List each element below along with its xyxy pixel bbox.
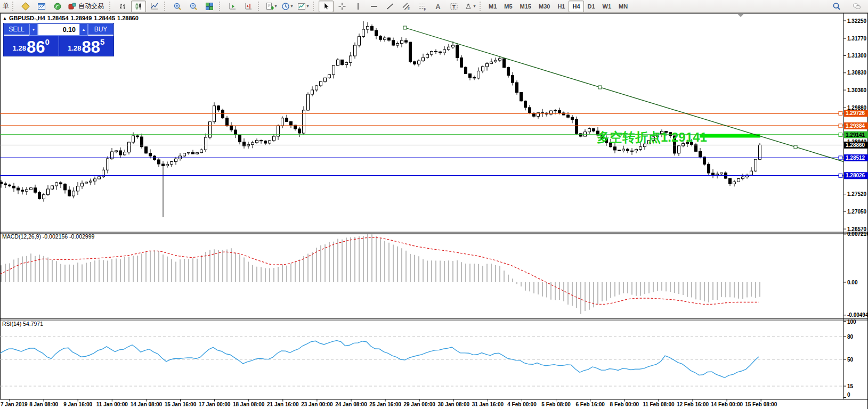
sell-price[interactable]: 1.28 86 0 — [4, 36, 59, 56]
trendline-handle[interactable] — [403, 26, 407, 29]
level-handle[interactable] — [839, 133, 842, 137]
level-handle[interactable] — [839, 174, 842, 177]
svg-text:1.28026: 1.28026 — [846, 173, 865, 178]
toolbar-grip — [109, 2, 112, 11]
templates-button[interactable]: ▾ — [296, 1, 311, 12]
timeframe-m15-button[interactable]: M15 — [516, 1, 535, 12]
time-axis[interactable]: 7 Jan 20198 Jan 08:009 Jan 16:0011 Jan 0… — [1, 399, 777, 407]
line-chart-button[interactable] — [147, 1, 162, 12]
chat-button[interactable] — [849, 1, 864, 12]
timeframe-w1-button[interactable]: W1 — [599, 1, 615, 12]
svg-text:7 Jan 2019: 7 Jan 2019 — [1, 401, 28, 407]
new-chart-button[interactable]: ▾ — [264, 1, 279, 12]
svg-text:5 Feb 08:00: 5 Feb 08:00 — [541, 401, 571, 407]
sell-button[interactable]: SELL — [4, 23, 29, 36]
candle-chart-button[interactable] — [131, 1, 146, 12]
crosshair-button[interactable] — [335, 1, 350, 12]
scroll-to-end-icon[interactable] — [737, 14, 744, 17]
cursor-button[interactable] — [319, 1, 334, 12]
volume-down-button[interactable]: ▼ — [29, 23, 38, 36]
current-price-badge: 1.28860 — [844, 142, 868, 149]
horizontal-line-button[interactable] — [367, 1, 382, 12]
svg-text:8 Feb 00:00: 8 Feb 00:00 — [610, 401, 639, 407]
svg-text:12 Feb 16:00: 12 Feb 16:00 — [677, 401, 709, 407]
timeframe-m30-button[interactable]: M30 — [535, 1, 554, 12]
ohlc-high: 1.28949 — [71, 15, 92, 21]
new-chart-icon — [265, 2, 274, 11]
svg-text:15 Feb 08:00: 15 Feb 08:00 — [745, 401, 777, 407]
volume-input[interactable]: 0.10 — [38, 23, 79, 36]
fibonacci-button[interactable]: F — [415, 1, 429, 12]
svg-text:T: T — [452, 3, 456, 9]
new-order-partial-label[interactable]: 单 — [1, 2, 11, 11]
templates-icon — [297, 2, 306, 11]
toolbar-grip — [12, 2, 15, 11]
new-order-button[interactable] — [18, 1, 33, 12]
svg-text:8 Jan 08:00: 8 Jan 08:00 — [29, 401, 58, 407]
ohlc-open: 1.28454 — [47, 15, 69, 21]
dropdown-caret-icon: ▾ — [290, 4, 293, 9]
svg-text:11 Jan 00:00: 11 Jan 00:00 — [96, 401, 128, 407]
svg-text:1.29384: 1.29384 — [846, 123, 865, 129]
zoom-out-button[interactable] — [186, 1, 201, 12]
dropdown-caret-icon: ▾ — [473, 4, 475, 9]
chart-shift-button[interactable] — [241, 1, 256, 12]
svg-text:1.28860: 1.28860 — [846, 142, 865, 148]
buy-price[interactable]: 1.28 88 5 — [59, 36, 114, 56]
macd-indicator-label: MACD(12,26,9) -0.002156 -0.002999 — [2, 233, 95, 240]
timeframe-h1-button[interactable]: H1 — [554, 1, 569, 12]
market-watch-button[interactable] — [34, 1, 49, 12]
level-handle[interactable] — [839, 156, 842, 160]
signals-button[interactable] — [50, 1, 65, 12]
dropdown-caret-icon: ▾ — [274, 4, 277, 9]
periods-button[interactable]: ▾ — [280, 1, 295, 12]
timeframe-m5-button[interactable]: M5 — [500, 1, 516, 12]
volume-up-button[interactable]: ▲ — [79, 23, 88, 36]
text-button[interactable]: A — [431, 1, 445, 12]
timeframe-m1-button[interactable]: M1 — [485, 1, 500, 12]
svg-text:0: 0 — [847, 392, 850, 398]
svg-text:E: E — [408, 7, 410, 11]
price-badge-1.29384: 1.29384 — [844, 122, 868, 129]
zoom-in-button[interactable] — [170, 1, 185, 12]
text-icon: A — [434, 2, 442, 11]
trendline-handle[interactable] — [598, 86, 602, 89]
svg-text:17 Jan 00:00: 17 Jan 00:00 — [199, 401, 231, 407]
horizontal-line-icon — [370, 2, 378, 11]
level-handle[interactable] — [839, 124, 842, 128]
svg-text:30 Jan 08:00: 30 Jan 08:00 — [438, 401, 470, 407]
level-handle[interactable] — [839, 111, 842, 115]
buy-price-base: 1.28 — [68, 44, 81, 52]
auto-scroll-button[interactable] — [225, 1, 240, 12]
svg-text:24 Jan 08:00: 24 Jan 08:00 — [335, 401, 367, 407]
svg-text:11 Feb 08:00: 11 Feb 08:00 — [643, 401, 675, 407]
crosshair-icon — [338, 2, 346, 11]
vertical-line-button[interactable] — [351, 1, 366, 12]
text-label-button[interactable]: T — [447, 1, 461, 12]
chart-canvas: 多空转折点1.291411.322501.317701.313001.30830… — [0, 13, 868, 410]
svg-text:14 Jan 08:00: 14 Jan 08:00 — [131, 401, 163, 407]
tile-windows-button[interactable] — [202, 1, 217, 12]
svg-text:15: 15 — [847, 383, 854, 389]
trend-line-button[interactable] — [383, 1, 398, 12]
price-axis[interactable]: 1.322501.317701.313001.308301.303601.298… — [843, 13, 868, 399]
shapes-button[interactable]: ▾ — [463, 1, 477, 12]
collapse-panel-icon[interactable]: ▲ — [3, 16, 7, 21]
search-button[interactable] — [829, 1, 844, 12]
macd-signal-line — [0, 237, 759, 304]
buy-button[interactable]: BUY — [88, 23, 113, 36]
bar-chart-button[interactable] — [115, 1, 130, 12]
candles — [0, 21, 761, 217]
trendline-handle[interactable] — [794, 145, 797, 149]
chart-title: ▲ GBPUSD-,H4 1.28454 1.28949 1.28445 1.2… — [3, 15, 139, 21]
rsi-indicator-label: RSI(14) 54.7971 — [2, 321, 43, 327]
autotrading-button[interactable]: 自动交易 — [66, 1, 107, 12]
timeframe-d1-button[interactable]: D1 — [584, 1, 599, 12]
chart-window: 多空转折点1.291411.322501.317701.313001.30830… — [0, 13, 868, 410]
toolbar-grip — [164, 2, 167, 11]
channel-button[interactable]: E — [399, 1, 413, 12]
price-badge-1.28026: 1.28026 — [844, 172, 868, 179]
sell-price-base: 1.28 — [13, 44, 26, 52]
timeframe-mn-button[interactable]: MN — [615, 1, 631, 12]
timeframe-h4-button[interactable]: H4 — [569, 1, 583, 12]
